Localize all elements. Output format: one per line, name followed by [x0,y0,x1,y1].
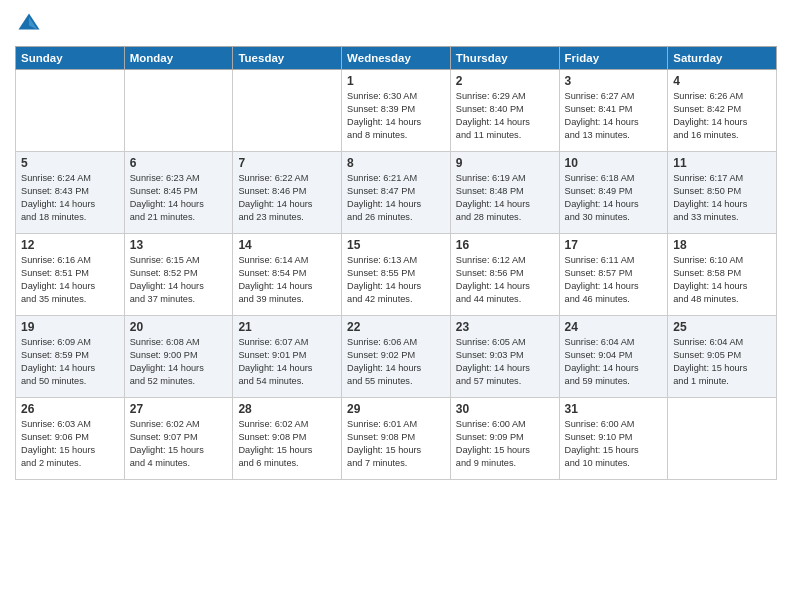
calendar-cell: 6Sunrise: 6:23 AMSunset: 8:45 PMDaylight… [124,152,233,234]
calendar-cell: 30Sunrise: 6:00 AMSunset: 9:09 PMDayligh… [450,398,559,480]
day-number: 27 [130,402,228,416]
cell-content: Sunrise: 6:02 AMSunset: 9:07 PMDaylight:… [130,418,228,470]
calendar-cell: 9Sunrise: 6:19 AMSunset: 8:48 PMDaylight… [450,152,559,234]
cell-content: Sunrise: 6:00 AMSunset: 9:09 PMDaylight:… [456,418,554,470]
day-number: 23 [456,320,554,334]
day-number: 3 [565,74,663,88]
day-number: 5 [21,156,119,170]
calendar-cell: 2Sunrise: 6:29 AMSunset: 8:40 PMDaylight… [450,70,559,152]
calendar-header [15,10,777,38]
day-number: 12 [21,238,119,252]
calendar-cell: 21Sunrise: 6:07 AMSunset: 9:01 PMDayligh… [233,316,342,398]
day-number: 9 [456,156,554,170]
cell-content: Sunrise: 6:18 AMSunset: 8:49 PMDaylight:… [565,172,663,224]
weekday-header-row: SundayMondayTuesdayWednesdayThursdayFrid… [16,47,777,70]
day-number: 25 [673,320,771,334]
calendar-page: SundayMondayTuesdayWednesdayThursdayFrid… [0,0,792,612]
week-row-3: 12Sunrise: 6:16 AMSunset: 8:51 PMDayligh… [16,234,777,316]
week-row-5: 26Sunrise: 6:03 AMSunset: 9:06 PMDayligh… [16,398,777,480]
cell-content: Sunrise: 6:00 AMSunset: 9:10 PMDaylight:… [565,418,663,470]
day-number: 2 [456,74,554,88]
cell-content: Sunrise: 6:02 AMSunset: 9:08 PMDaylight:… [238,418,336,470]
day-number: 29 [347,402,445,416]
calendar-cell: 12Sunrise: 6:16 AMSunset: 8:51 PMDayligh… [16,234,125,316]
day-number: 30 [456,402,554,416]
calendar-cell: 5Sunrise: 6:24 AMSunset: 8:43 PMDaylight… [16,152,125,234]
day-number: 22 [347,320,445,334]
weekday-header-wednesday: Wednesday [342,47,451,70]
day-number: 21 [238,320,336,334]
cell-content: Sunrise: 6:27 AMSunset: 8:41 PMDaylight:… [565,90,663,142]
cell-content: Sunrise: 6:12 AMSunset: 8:56 PMDaylight:… [456,254,554,306]
logo [15,10,47,38]
cell-content: Sunrise: 6:14 AMSunset: 8:54 PMDaylight:… [238,254,336,306]
weekday-header-sunday: Sunday [16,47,125,70]
calendar-cell: 31Sunrise: 6:00 AMSunset: 9:10 PMDayligh… [559,398,668,480]
day-number: 14 [238,238,336,252]
cell-content: Sunrise: 6:22 AMSunset: 8:46 PMDaylight:… [238,172,336,224]
day-number: 17 [565,238,663,252]
cell-content: Sunrise: 6:26 AMSunset: 8:42 PMDaylight:… [673,90,771,142]
cell-content: Sunrise: 6:09 AMSunset: 8:59 PMDaylight:… [21,336,119,388]
cell-content: Sunrise: 6:13 AMSunset: 8:55 PMDaylight:… [347,254,445,306]
day-number: 16 [456,238,554,252]
day-number: 28 [238,402,336,416]
calendar-cell: 16Sunrise: 6:12 AMSunset: 8:56 PMDayligh… [450,234,559,316]
calendar-cell [668,398,777,480]
calendar-cell: 23Sunrise: 6:05 AMSunset: 9:03 PMDayligh… [450,316,559,398]
calendar-cell: 25Sunrise: 6:04 AMSunset: 9:05 PMDayligh… [668,316,777,398]
weekday-header-friday: Friday [559,47,668,70]
cell-content: Sunrise: 6:11 AMSunset: 8:57 PMDaylight:… [565,254,663,306]
cell-content: Sunrise: 6:29 AMSunset: 8:40 PMDaylight:… [456,90,554,142]
calendar-cell: 4Sunrise: 6:26 AMSunset: 8:42 PMDaylight… [668,70,777,152]
weekday-header-monday: Monday [124,47,233,70]
day-number: 11 [673,156,771,170]
day-number: 7 [238,156,336,170]
cell-content: Sunrise: 6:15 AMSunset: 8:52 PMDaylight:… [130,254,228,306]
cell-content: Sunrise: 6:23 AMSunset: 8:45 PMDaylight:… [130,172,228,224]
calendar-cell: 27Sunrise: 6:02 AMSunset: 9:07 PMDayligh… [124,398,233,480]
calendar-cell: 14Sunrise: 6:14 AMSunset: 8:54 PMDayligh… [233,234,342,316]
calendar-cell: 19Sunrise: 6:09 AMSunset: 8:59 PMDayligh… [16,316,125,398]
calendar-table: SundayMondayTuesdayWednesdayThursdayFrid… [15,46,777,480]
calendar-cell: 15Sunrise: 6:13 AMSunset: 8:55 PMDayligh… [342,234,451,316]
cell-content: Sunrise: 6:05 AMSunset: 9:03 PMDaylight:… [456,336,554,388]
day-number: 1 [347,74,445,88]
calendar-cell: 18Sunrise: 6:10 AMSunset: 8:58 PMDayligh… [668,234,777,316]
cell-content: Sunrise: 6:04 AMSunset: 9:04 PMDaylight:… [565,336,663,388]
cell-content: Sunrise: 6:24 AMSunset: 8:43 PMDaylight:… [21,172,119,224]
calendar-cell: 7Sunrise: 6:22 AMSunset: 8:46 PMDaylight… [233,152,342,234]
weekday-header-thursday: Thursday [450,47,559,70]
cell-content: Sunrise: 6:08 AMSunset: 9:00 PMDaylight:… [130,336,228,388]
cell-content: Sunrise: 6:17 AMSunset: 8:50 PMDaylight:… [673,172,771,224]
cell-content: Sunrise: 6:21 AMSunset: 8:47 PMDaylight:… [347,172,445,224]
day-number: 6 [130,156,228,170]
week-row-2: 5Sunrise: 6:24 AMSunset: 8:43 PMDaylight… [16,152,777,234]
logo-icon [15,10,43,38]
calendar-cell: 28Sunrise: 6:02 AMSunset: 9:08 PMDayligh… [233,398,342,480]
cell-content: Sunrise: 6:10 AMSunset: 8:58 PMDaylight:… [673,254,771,306]
calendar-cell [16,70,125,152]
calendar-cell [233,70,342,152]
cell-content: Sunrise: 6:03 AMSunset: 9:06 PMDaylight:… [21,418,119,470]
week-row-1: 1Sunrise: 6:30 AMSunset: 8:39 PMDaylight… [16,70,777,152]
cell-content: Sunrise: 6:16 AMSunset: 8:51 PMDaylight:… [21,254,119,306]
cell-content: Sunrise: 6:30 AMSunset: 8:39 PMDaylight:… [347,90,445,142]
calendar-cell: 29Sunrise: 6:01 AMSunset: 9:08 PMDayligh… [342,398,451,480]
day-number: 4 [673,74,771,88]
calendar-cell: 20Sunrise: 6:08 AMSunset: 9:00 PMDayligh… [124,316,233,398]
calendar-cell: 10Sunrise: 6:18 AMSunset: 8:49 PMDayligh… [559,152,668,234]
calendar-cell: 24Sunrise: 6:04 AMSunset: 9:04 PMDayligh… [559,316,668,398]
day-number: 10 [565,156,663,170]
calendar-cell: 1Sunrise: 6:30 AMSunset: 8:39 PMDaylight… [342,70,451,152]
day-number: 26 [21,402,119,416]
calendar-cell [124,70,233,152]
calendar-cell: 11Sunrise: 6:17 AMSunset: 8:50 PMDayligh… [668,152,777,234]
calendar-cell: 8Sunrise: 6:21 AMSunset: 8:47 PMDaylight… [342,152,451,234]
calendar-cell: 13Sunrise: 6:15 AMSunset: 8:52 PMDayligh… [124,234,233,316]
cell-content: Sunrise: 6:07 AMSunset: 9:01 PMDaylight:… [238,336,336,388]
day-number: 8 [347,156,445,170]
day-number: 15 [347,238,445,252]
cell-content: Sunrise: 6:04 AMSunset: 9:05 PMDaylight:… [673,336,771,388]
day-number: 31 [565,402,663,416]
